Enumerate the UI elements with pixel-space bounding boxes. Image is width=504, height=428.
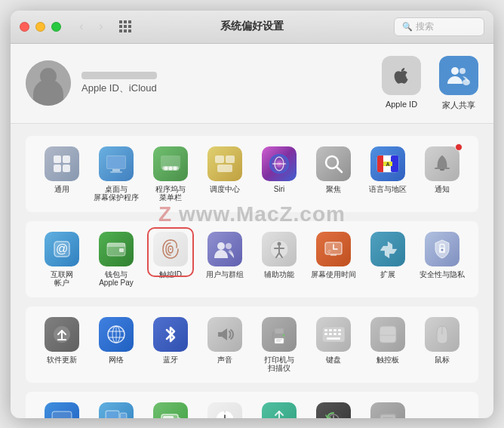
- grid-icon: [119, 20, 131, 32]
- icon-item-network[interactable]: 网络: [92, 317, 140, 372]
- forward-button[interactable]: ›: [93, 18, 109, 35]
- main-window: ‹ › 系统偏好设置 🔍 搜索 Ap: [11, 11, 493, 418]
- icon-item-mission[interactable]: 调度中心: [201, 146, 249, 202]
- icon-item-software[interactable]: 软件更新: [38, 317, 86, 372]
- bluetooth-label: 蓝牙: [163, 356, 178, 365]
- grid-view-button[interactable]: [117, 18, 134, 35]
- profile-info: Apple ID、iCloud: [81, 72, 157, 95]
- icon-item-keyboard[interactable]: 键盘: [309, 317, 358, 372]
- icon-item-security[interactable]: 安全性与隐私: [418, 232, 466, 287]
- mouse-label: 鼠标: [435, 356, 450, 365]
- icon-item-datetime[interactable]: 17 日期与时间: [201, 402, 249, 418]
- icon-item-displays[interactable]: 显示器: [38, 402, 86, 418]
- extensions-icon: [370, 232, 405, 266]
- section-row3: 软件更新 网络: [26, 306, 478, 383]
- dock-label: 程序坞与菜单栏: [155, 185, 186, 202]
- family-icon-svg: [446, 63, 472, 88]
- svg-point-50: [441, 248, 444, 251]
- svg-rect-67: [333, 329, 337, 331]
- maximize-button[interactable]: [51, 22, 61, 32]
- icon-item-touchid[interactable]: 触控ID: [146, 232, 195, 287]
- icon-item-bluetooth[interactable]: 蓝牙: [146, 317, 195, 372]
- profile-section: Apple ID、iCloud Apple ID: [11, 44, 493, 124]
- security-label: 安全性与隐私: [419, 270, 465, 279]
- icon-item-startup[interactable]: 启动磁盘: [364, 402, 412, 418]
- svg-rect-8: [107, 156, 125, 168]
- family-sharing-icon: [439, 56, 478, 95]
- screentime-icon: ⏱: [316, 232, 351, 266]
- svg-text:⏱: ⏱: [327, 249, 331, 254]
- svg-rect-35: [107, 243, 125, 247]
- security-icon: [425, 232, 459, 266]
- apple-id-icon: [382, 56, 421, 95]
- icon-item-extensions[interactable]: 扩展: [364, 232, 412, 287]
- svg-point-38: [217, 242, 225, 250]
- icon-item-sharing[interactable]: 共享: [255, 402, 303, 418]
- main-content: 通用 桌面与屏幕保护程序 程序坞与菜单栏: [11, 124, 493, 418]
- icon-item-spotlight[interactable]: 聚焦: [309, 146, 358, 202]
- printers-label: 打印机与扫描仪: [264, 356, 294, 372]
- svg-point-14: [169, 166, 173, 170]
- screentime-label: 屏幕使用时间: [311, 270, 356, 279]
- svg-rect-65: [324, 329, 327, 331]
- svg-point-41: [278, 242, 281, 245]
- svg-point-63: [283, 334, 285, 336]
- svg-rect-66: [329, 329, 332, 331]
- icon-item-notify[interactable]: 通知: [418, 146, 466, 202]
- icon-item-sound[interactable]: 声音: [201, 317, 249, 372]
- family-sharing-label: 家人共享: [442, 100, 475, 111]
- icon-item-internet[interactable]: @ 互联网帐户: [38, 232, 86, 287]
- datetime-icon: 17: [207, 402, 242, 418]
- access-label: 辅助功能: [264, 270, 294, 279]
- svg-point-13: [164, 166, 168, 170]
- svg-point-77: [441, 330, 444, 334]
- icon-item-screentime[interactable]: ⏱ 屏幕使用时间: [309, 232, 358, 287]
- icon-item-printers[interactable]: 打印机与扫描仪: [255, 317, 303, 372]
- dock-icon: [153, 146, 188, 181]
- back-button[interactable]: ‹: [73, 18, 90, 35]
- extensions-label: 扩展: [380, 270, 395, 279]
- startup-icon: [370, 402, 405, 418]
- users-label: 用户与群组: [206, 270, 244, 279]
- section-row2: @ 互联网帐户 钱包与Apple Pay: [26, 221, 478, 297]
- search-box[interactable]: 🔍 搜索: [394, 17, 484, 36]
- icon-item-trackpad[interactable]: 触控板: [364, 317, 412, 372]
- wallet-icon: [99, 232, 134, 266]
- mission-icon: [207, 146, 242, 181]
- icon-item-sidecar[interactable]: 随航: [92, 402, 140, 418]
- access-icon: [262, 232, 297, 266]
- icon-item-desktop[interactable]: 桌面与屏幕保护程序: [92, 146, 140, 202]
- desktop-icon: [99, 146, 134, 181]
- language-icon: A: [370, 146, 405, 181]
- svg-rect-71: [333, 333, 337, 335]
- icons-grid-row3: 软件更新 网络: [38, 317, 466, 372]
- notify-icon: [425, 146, 459, 181]
- icon-item-dock[interactable]: 程序坞与菜单栏: [146, 146, 195, 202]
- apple-id-action[interactable]: Apple ID: [382, 56, 421, 111]
- icon-item-timemachine[interactable]: 时间机器: [309, 402, 358, 418]
- keyboard-icon: [316, 317, 351, 352]
- sound-icon: [207, 317, 242, 352]
- icon-item-access[interactable]: 辅助功能: [255, 232, 303, 287]
- titlebar: ‹ › 系统偏好设置 🔍 搜索: [11, 11, 493, 44]
- icon-item-battery[interactable]: 电池: [146, 402, 195, 418]
- icon-item-siri[interactable]: Siri: [255, 146, 303, 202]
- wallet-label: 钱包与Apple Pay: [99, 270, 134, 287]
- icon-item-wallet[interactable]: 钱包与Apple Pay: [92, 232, 140, 287]
- svg-point-15: [174, 166, 177, 170]
- icon-item-general[interactable]: 通用: [38, 146, 86, 202]
- svg-rect-36: [119, 248, 124, 252]
- icon-item-language[interactable]: A 语言与地区: [364, 146, 412, 202]
- svg-rect-10: [110, 171, 122, 173]
- keyboard-label: 键盘: [326, 356, 341, 365]
- notify-label: 通知: [435, 185, 450, 194]
- minimize-button[interactable]: [35, 22, 45, 32]
- svg-rect-17: [226, 155, 235, 163]
- profile-left: Apple ID、iCloud: [26, 60, 157, 106]
- icon-item-users[interactable]: 用户与群组: [201, 232, 249, 287]
- spotlight-icon: [316, 146, 351, 181]
- icon-item-mouse[interactable]: 鼠标: [418, 317, 466, 372]
- close-button[interactable]: [20, 22, 29, 32]
- family-sharing-action[interactable]: 家人共享: [439, 56, 478, 111]
- avatar: [26, 60, 71, 106]
